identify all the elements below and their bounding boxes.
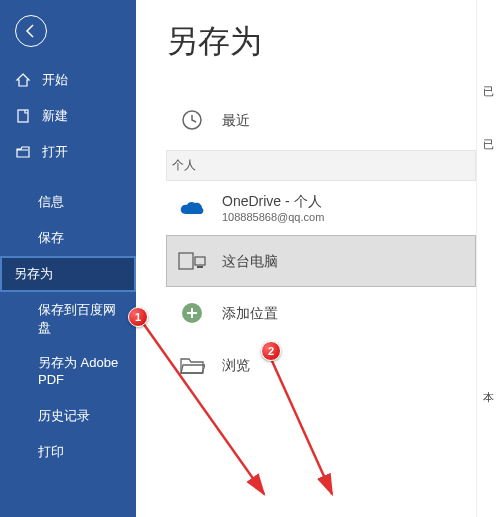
location-label: OneDrive - 个人 108885868@qq.com bbox=[222, 192, 324, 224]
edge-text: 本 bbox=[477, 386, 500, 409]
nav-label: 打开 bbox=[42, 143, 68, 161]
nav-print[interactable]: 打印 bbox=[0, 434, 136, 470]
location-onedrive[interactable]: OneDrive - 个人 108885868@qq.com bbox=[166, 181, 476, 235]
edge-text: 已 bbox=[477, 80, 500, 103]
pc-icon bbox=[172, 246, 212, 276]
nav-home[interactable]: 开始 bbox=[0, 62, 136, 98]
nav-label: 保存 bbox=[38, 229, 64, 247]
svg-rect-3 bbox=[195, 257, 205, 265]
location-list: 最近 个人 OneDrive - 个人 108885868@qq.com 这台电… bbox=[166, 94, 476, 391]
sidebar: 开始 新建 打开 信息 保存 另存为 保存到百度网盘 另存为 Adobe PDF… bbox=[0, 0, 136, 517]
location-browse[interactable]: 浏览 bbox=[166, 339, 476, 391]
right-edge-panel: 已 已 本 bbox=[476, 0, 500, 517]
svg-rect-4 bbox=[197, 266, 203, 268]
nav-label: 新建 bbox=[42, 107, 68, 125]
nav-save-adobe-pdf[interactable]: 另存为 Adobe PDF bbox=[0, 346, 136, 398]
open-folder-icon bbox=[14, 143, 32, 161]
nav-save-baidu[interactable]: 保存到百度网盘 bbox=[0, 292, 136, 346]
home-icon bbox=[14, 71, 32, 89]
nav-label: 打印 bbox=[38, 443, 64, 461]
nav-label: 开始 bbox=[42, 71, 68, 89]
personal-section-header: 个人 bbox=[166, 150, 476, 181]
nav-history[interactable]: 历史记录 bbox=[0, 398, 136, 434]
nav-info[interactable]: 信息 bbox=[0, 184, 136, 220]
location-label: 这台电脑 bbox=[222, 252, 278, 270]
location-recent[interactable]: 最近 bbox=[166, 94, 476, 146]
nav-label: 历史记录 bbox=[38, 407, 90, 425]
location-add[interactable]: 添加位置 bbox=[166, 287, 476, 339]
location-this-pc[interactable]: 这台电脑 bbox=[166, 235, 476, 287]
nav-label: 保存到百度网盘 bbox=[38, 301, 122, 337]
nav-save[interactable]: 保存 bbox=[0, 220, 136, 256]
nav-open[interactable]: 打开 bbox=[0, 134, 136, 170]
edge-text: 已 bbox=[477, 133, 500, 156]
new-icon bbox=[14, 107, 32, 125]
back-button[interactable] bbox=[15, 15, 47, 47]
nav-save-as[interactable]: 另存为 bbox=[0, 256, 136, 292]
nav-label: 信息 bbox=[38, 193, 64, 211]
folder-icon bbox=[172, 350, 212, 380]
clock-icon bbox=[172, 105, 212, 135]
svg-rect-0 bbox=[18, 110, 28, 122]
annotation-callout-2: 2 bbox=[261, 341, 281, 361]
location-label: 最近 bbox=[222, 111, 250, 129]
annotation-callout-1: 1 bbox=[128, 307, 148, 327]
location-label: 浏览 bbox=[222, 356, 250, 374]
nav-label: 另存为 bbox=[14, 265, 53, 283]
arrow-left-icon bbox=[23, 23, 39, 39]
main-panel: 另存为 最近 个人 OneDrive - 个人 108885868@qq.com… bbox=[136, 0, 486, 517]
cloud-icon bbox=[172, 193, 212, 223]
nav-new[interactable]: 新建 bbox=[0, 98, 136, 134]
plus-icon bbox=[172, 298, 212, 328]
svg-rect-2 bbox=[179, 253, 193, 269]
location-label: 添加位置 bbox=[222, 304, 278, 322]
nav-label: 另存为 Adobe PDF bbox=[38, 355, 122, 389]
page-title: 另存为 bbox=[166, 20, 476, 64]
